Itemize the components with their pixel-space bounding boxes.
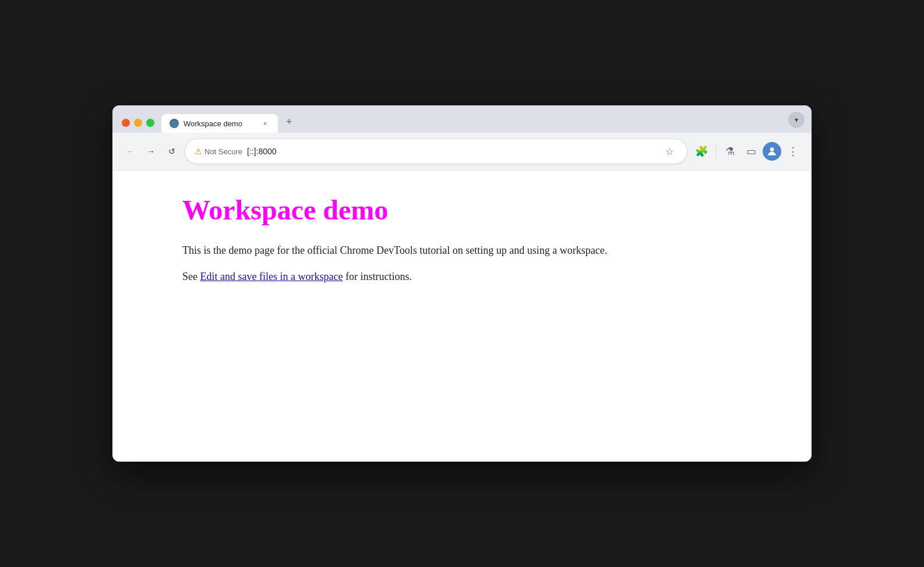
menu-button[interactable]: ⋮: [784, 142, 802, 161]
maximize-window-button[interactable]: [146, 119, 154, 127]
tab-title: Workspace demo: [184, 119, 256, 128]
page-body-text: This is the demo page for the official C…: [182, 242, 742, 259]
page-heading: Workspace demo: [182, 194, 742, 226]
link-prefix: See: [182, 271, 200, 282]
browser-window: 🌐 Workspace demo × + ▾ ← → ↺ ⚠ Not Secur…: [112, 105, 812, 462]
active-tab[interactable]: 🌐 Workspace demo ×: [161, 114, 278, 133]
traffic-lights: [119, 119, 159, 133]
tab-close-button[interactable]: ×: [260, 119, 270, 128]
toolbar-icons: 🧩 ⚗ ▭ ⋮: [692, 142, 802, 161]
address-bar: ← → ↺ ⚠ Not Secure [::]:8000 ☆ 🧩 ⚗ ▭: [112, 133, 812, 171]
url-bar[interactable]: ⚠ Not Secure [::]:8000 ☆: [185, 139, 687, 164]
reload-button[interactable]: ↺: [164, 143, 180, 160]
security-indicator: ⚠ Not Secure: [195, 147, 242, 156]
bookmark-button[interactable]: ☆: [661, 143, 678, 160]
svg-point-0: [770, 147, 774, 151]
warning-icon: ⚠: [195, 147, 202, 156]
tab-dropdown-button[interactable]: ▾: [788, 112, 805, 128]
url-actions: ☆: [661, 143, 678, 160]
link-suffix: for instructions.: [343, 271, 412, 282]
new-tab-button[interactable]: +: [280, 111, 298, 133]
tab-bar: 🌐 Workspace demo × + ▾: [112, 105, 812, 133]
page-link-line: See Edit and save files in a workspace f…: [182, 271, 742, 283]
page-content: Workspace demo This is the demo page for…: [112, 171, 812, 462]
lab-button[interactable]: ⚗: [721, 142, 739, 161]
minimize-window-button[interactable]: [134, 119, 142, 127]
forward-button[interactable]: →: [143, 143, 159, 160]
url-text: [::]:8000: [247, 147, 657, 156]
security-label: Not Secure: [204, 147, 242, 156]
tab-bar-right: ▾: [788, 112, 805, 133]
sidebar-button[interactable]: ▭: [742, 142, 760, 161]
close-window-button[interactable]: [122, 119, 130, 127]
workspace-link[interactable]: Edit and save files in a workspace: [200, 271, 343, 282]
extensions-button[interactable]: 🧩: [692, 142, 711, 161]
user-avatar[interactable]: [763, 142, 781, 161]
tab-favicon-icon: 🌐: [170, 119, 179, 128]
toolbar-divider: [715, 144, 716, 158]
back-button[interactable]: ←: [122, 143, 138, 160]
